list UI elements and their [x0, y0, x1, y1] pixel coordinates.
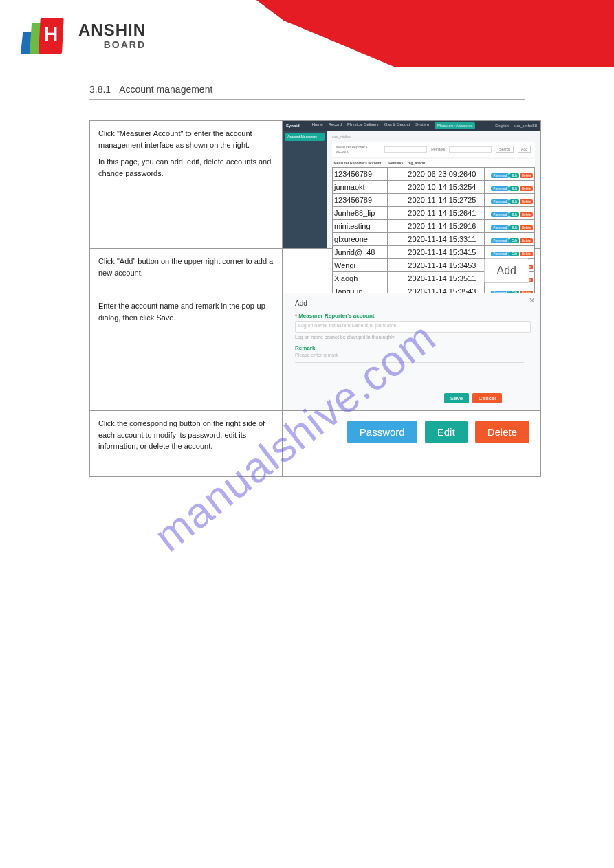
mini-delete-button[interactable]: Delete — [520, 186, 533, 191]
table-row: 1234567892020-06-23 09:2640PasswordEditD… — [333, 168, 535, 181]
app-user[interactable]: sub_junhe88 — [514, 124, 537, 128]
cell-date: 2020-10-14 15:3254 — [406, 181, 485, 194]
step-1-line-1: Click "Measurer Account" to enter the ac… — [98, 128, 274, 151]
table-row: Junhe88_lip2020-11-14 15:2641PasswordEdi… — [333, 207, 535, 220]
logo: H ANSHIN BOARD — [21, 18, 146, 54]
app-search-row: Measurer Reporter's account Remarks Sear… — [336, 145, 531, 153]
nav-measurer[interactable]: Measurer Accounts — [435, 122, 475, 129]
nav-gas[interactable]: Gas & Deduct — [384, 122, 410, 129]
table-row: 1234567892020-11-14 15:2725PasswordEditD… — [333, 194, 535, 207]
step-4-text: Click the corresponding button on the ri… — [90, 411, 283, 477]
modal-title: Add — [295, 300, 534, 307]
step-1-text: Click "Measurer Account" to enter the ac… — [90, 121, 283, 249]
mini-delete-button[interactable]: Delete — [520, 212, 533, 217]
modal-input-remark[interactable]: Please enter remark — [295, 351, 524, 363]
nav-home[interactable]: Home — [312, 122, 323, 129]
mini-password-button[interactable]: Password — [491, 173, 509, 178]
cell-account: junmaokt — [333, 181, 388, 194]
cell-account: gfxureone — [333, 233, 388, 246]
mini-edit-button[interactable]: Edit — [509, 173, 519, 178]
cell-remark — [387, 233, 406, 246]
search-input-remarks[interactable] — [449, 146, 492, 153]
cell-date: 2020-06-23 09:2640 — [406, 168, 485, 181]
delete-button[interactable]: Delete — [475, 421, 529, 443]
table-row: junmaokt2020-10-14 15:3254PasswordEditDe… — [333, 181, 535, 194]
modal-buttons: Save Cancel — [444, 393, 502, 403]
cell-date: 2020-11-14 15:2641 — [406, 207, 485, 220]
mini-password-button[interactable]: Password — [491, 225, 509, 230]
search-label-remarks: Remarks — [431, 147, 445, 151]
mini-edit-button[interactable]: Edit — [509, 212, 519, 217]
app-lang[interactable]: English — [495, 124, 509, 128]
step-3-text: Enter the account name and remark in the… — [90, 293, 283, 411]
app-nav: Home Record Physical Delivery Gas & Dedu… — [312, 122, 476, 129]
cell-account: Junhe88_lip — [333, 207, 388, 220]
cell-date: 2020-11-14 15:2725 — [406, 194, 485, 207]
search-add-button[interactable]: Add — [518, 146, 531, 153]
app-sidebar: Account Measurers — [283, 131, 327, 248]
step-1-screenshot: Synaid Home Record Physical Delivery Gas… — [283, 121, 541, 249]
step-1-line-2: In this page, you can add, edit, delete … — [98, 156, 274, 179]
app-brand: Synaid — [286, 124, 300, 128]
section-title: Account management — [119, 84, 212, 95]
cell-actions: PasswordEditDelete — [485, 194, 535, 207]
app-topbar: Synaid Home Record Physical Delivery Gas… — [283, 121, 540, 131]
table-row: gfxureone2020-11-14 15:3311PasswordEditD… — [333, 233, 535, 246]
app-main: sub_minilab Measurer Reporter's account … — [327, 131, 540, 248]
mini-edit-button[interactable]: Edit — [509, 238, 519, 243]
mini-delete-button[interactable]: Delete — [520, 238, 533, 243]
close-icon[interactable]: ✕ — [529, 296, 535, 305]
cell-remark — [387, 207, 406, 220]
cell-remark — [387, 194, 406, 207]
nav-record[interactable]: Record — [329, 122, 342, 129]
logo-word-1: ANSHIN — [78, 21, 146, 39]
mini-delete-button[interactable]: Delete — [520, 199, 533, 204]
cell-remark — [387, 168, 406, 181]
step-2-screenshot: Add — [283, 249, 541, 293]
cell-actions: PasswordEditDelete — [485, 168, 535, 181]
nav-physical[interactable]: Physical Delivery — [347, 122, 379, 129]
app-screenshot: Synaid Home Record Physical Delivery Gas… — [283, 121, 540, 248]
mini-password-button[interactable]: Password — [491, 212, 509, 217]
nav-system[interactable]: System — [415, 122, 429, 129]
th-account: Measurer Reporter's account — [333, 159, 388, 168]
mini-delete-button[interactable]: Delete — [520, 173, 533, 178]
cell-account: 123456789 — [333, 168, 388, 181]
logo-text: ANSHIN BOARD — [78, 22, 146, 49]
search-button[interactable]: Search — [496, 146, 514, 153]
th-date: reg_at/edit — [406, 159, 485, 168]
page-header: H ANSHIN BOARD — [0, 0, 614, 67]
logo-mark-icon: H — [21, 18, 69, 54]
modal-cancel-button[interactable]: Cancel — [472, 393, 502, 403]
action-buttons-row: Password Edit Delete — [283, 411, 540, 454]
th-remark: Remarks — [387, 159, 406, 168]
section-heading: 3.8.1 Account management — [89, 84, 525, 100]
search-input-account[interactable] — [384, 146, 427, 153]
mini-password-button[interactable]: Password — [491, 238, 509, 243]
cell-remark — [387, 220, 406, 233]
modal-save-button[interactable]: Save — [444, 393, 469, 403]
sidebar-item-account[interactable]: Account Measurers — [285, 133, 325, 141]
add-button[interactable]: Add — [484, 258, 529, 283]
mini-password-button[interactable]: Password — [491, 199, 509, 204]
cell-actions: PasswordEditDelete — [485, 207, 535, 220]
steps-table: Click "Measurer Account" to enter the ac… — [89, 120, 541, 477]
mini-delete-button[interactable]: Delete — [520, 225, 533, 230]
modal-hint: Log on name cannot be changed in thoroug… — [295, 335, 534, 340]
add-modal: Add ✕ *Measurer Reporter's account Log o… — [283, 293, 540, 410]
logo-word-2: BOARD — [78, 40, 146, 49]
mini-edit-button[interactable]: Edit — [509, 186, 519, 191]
table-row: minitesting2020-11-14 15:2916PasswordEdi… — [333, 220, 535, 233]
edit-button[interactable]: Edit — [425, 421, 468, 443]
cell-date: 2020-11-14 15:3311 — [406, 233, 485, 246]
modal-label-account: *Measurer Reporter's account — [295, 313, 534, 319]
app-breadcrumb: sub_minilab — [332, 135, 535, 139]
password-button[interactable]: Password — [347, 421, 417, 443]
mini-edit-button[interactable]: Edit — [509, 199, 519, 204]
step-3-screenshot: Add ✕ *Measurer Reporter's account Log o… — [283, 293, 541, 411]
mini-edit-button[interactable]: Edit — [509, 225, 519, 230]
cell-actions: PasswordEditDelete — [485, 181, 535, 194]
modal-input-account[interactable]: Log on name, initialize toluene is to pl… — [295, 321, 531, 333]
mini-password-button[interactable]: Password — [491, 186, 509, 191]
cell-account: 123456789 — [333, 194, 388, 207]
